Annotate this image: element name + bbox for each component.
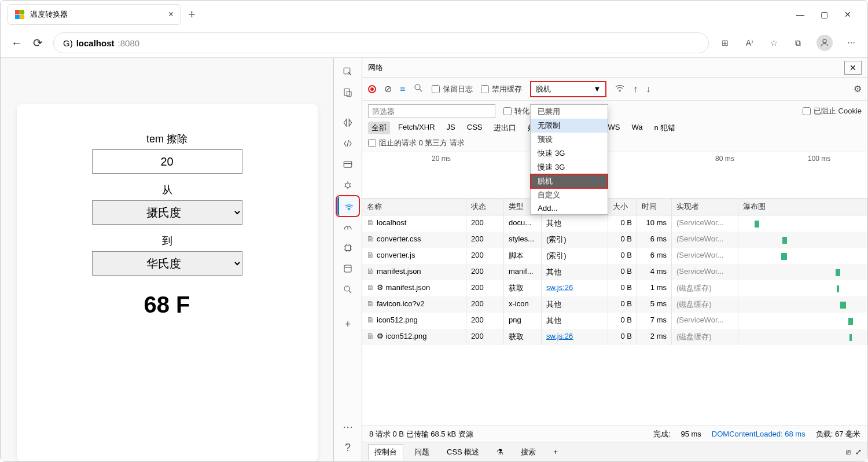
debugger-icon[interactable]	[337, 176, 358, 195]
read-aloud-icon[interactable]: A⁾	[744, 37, 755, 49]
throttle-option[interactable]: 快速 3G	[531, 146, 608, 160]
url-input[interactable]: G) localhost :8080	[53, 32, 709, 53]
more-icon[interactable]: ⋯	[337, 417, 358, 436]
close-tab-icon[interactable]: ×	[168, 9, 174, 20]
table-row[interactable]: 🗎⚙ icon512.png200获取sw.js:260 B2 ms(磁盘缓存)	[362, 329, 867, 345]
drawer-tab-console[interactable]: 控制台	[368, 444, 403, 460]
filter-chip[interactable]: CSS	[464, 122, 486, 134]
drawer-maximize-icon[interactable]: ⤢	[855, 448, 862, 456]
filter-chip[interactable]: 进出口	[490, 122, 520, 134]
network-icon[interactable]	[337, 197, 358, 215]
throttle-option[interactable]: 已禁用	[531, 105, 608, 119]
column-header[interactable]: 时间	[637, 199, 672, 215]
svg-point-6	[348, 209, 350, 210]
blocked-req-checkbox[interactable]: 阻止的请求 0 第三方 请求	[368, 138, 465, 148]
throttle-option[interactable]: Add...	[531, 202, 608, 214]
application-icon[interactable]	[337, 259, 358, 278]
timeline-overview[interactable]: 20 ms 40 ms 80 ms 100 ms	[362, 152, 867, 199]
column-header[interactable]: 瀑布图	[738, 199, 867, 215]
filter-input[interactable]	[368, 104, 495, 118]
throttle-option[interactable]: 自定义	[531, 188, 608, 202]
console-icon[interactable]	[337, 134, 358, 153]
throttle-option[interactable]: 慢速 3G	[531, 160, 608, 174]
svg-rect-8	[344, 265, 351, 272]
close-window-button[interactable]: ✕	[844, 10, 851, 19]
table-row[interactable]: 🗎favicon.ico?v2200x-icon其他0 B5 ms(磁盘缓存)	[362, 296, 867, 313]
table-row[interactable]: 🗎manifest.json200manif...其他0 B4 ms(Servi…	[362, 264, 867, 280]
table-row[interactable]: 🗎localhost200docu...其他0 B10 ms(ServiceWo…	[362, 215, 867, 232]
status-bar: 8 请求 0 B 已传输 68.5 kB 资源 完成: 95 ms DOMCon…	[362, 426, 867, 442]
address-bar: ← ⟳ G) localhost :8080 ⊞ A⁾ ☆ ⧉ ⋯	[1, 28, 867, 57]
close-panel-button[interactable]: ✕	[844, 61, 862, 75]
drawer-add-icon[interactable]: +	[547, 445, 564, 459]
drawer-tab-flask[interactable]: ⚗	[490, 445, 510, 459]
throttle-select[interactable]: 脱机▼	[530, 81, 606, 97]
table-row[interactable]: 🗎icon512.png200png其他0 B7 ms(ServiceWor..…	[362, 313, 867, 329]
table-row[interactable]: 🗎converter.js200脚本(索引)0 B6 ms(ServiceWor…	[362, 248, 867, 264]
from-select[interactable]: 摄氏度	[92, 200, 242, 225]
table-row[interactable]: 🗎converter.css200styles...(索引)0 B6 ms(Se…	[362, 232, 867, 248]
wifi-conditions-icon[interactable]	[615, 83, 625, 96]
throttle-option[interactable]: 脱机	[531, 174, 608, 188]
filter-chip[interactable]: JS	[443, 122, 459, 134]
drawer-tab-css[interactable]: CSS 概述	[440, 444, 486, 460]
sources-icon[interactable]	[337, 155, 358, 174]
preserve-log-checkbox[interactable]: 保留日志	[432, 84, 473, 94]
search-icon[interactable]	[413, 83, 424, 96]
temp-input[interactable]	[92, 149, 242, 174]
memory-icon[interactable]	[337, 239, 358, 257]
performance-icon[interactable]	[337, 218, 358, 236]
table-row[interactable]: 🗎⚙ manifest.json200获取sw.js:260 B1 ms(磁盘缓…	[362, 280, 867, 296]
from-label: 从	[35, 183, 299, 197]
help-icon[interactable]: ?	[337, 438, 358, 457]
menu-icon[interactable]: ⋯	[845, 37, 857, 49]
collections-icon[interactable]: ⧉	[792, 37, 804, 49]
blocked-cookie-checkbox[interactable]: 已阻止 Cookie	[803, 106, 862, 116]
invert-checkbox[interactable]: 转化	[503, 106, 529, 116]
url-host: localhost	[76, 38, 115, 48]
column-header[interactable]: 状态	[466, 199, 504, 215]
drawer-dock-icon[interactable]: ⎚	[846, 448, 851, 456]
minimize-button[interactable]: —	[796, 10, 804, 19]
disable-cache-checkbox[interactable]: 禁用缓存	[481, 84, 522, 94]
throttle-option[interactable]: 无限制	[531, 119, 608, 133]
titlebar: 温度转换器 × + — ▢ ✕	[1, 1, 867, 28]
clear-button[interactable]: ⊘	[384, 83, 392, 94]
elements-icon[interactable]	[337, 113, 358, 132]
security-icon[interactable]	[337, 280, 358, 299]
back-button[interactable]: ←	[11, 36, 23, 50]
maximize-button[interactable]: ▢	[821, 10, 828, 19]
initiator-link[interactable]: sw.js:26	[546, 332, 573, 340]
url-prefix: G)	[63, 38, 73, 48]
filter-chip[interactable]: 全部	[368, 122, 390, 134]
svg-point-11	[619, 90, 620, 91]
svg-rect-7	[345, 245, 351, 251]
add-tool-icon[interactable]: +	[337, 315, 358, 333]
drawer-tab-search[interactable]: 搜索	[514, 444, 542, 460]
profile-avatar[interactable]	[816, 35, 833, 51]
settings-icon[interactable]: ⚙	[854, 83, 862, 94]
to-select[interactable]: 华氏度	[92, 251, 242, 276]
import-icon[interactable]: ↑	[633, 84, 638, 94]
filter-chip[interactable]: Fetch/XHR	[395, 122, 439, 134]
filter-chip[interactable]: n 犯错	[650, 122, 679, 134]
refresh-button[interactable]: ⟳	[33, 36, 43, 50]
svg-point-5	[345, 183, 350, 188]
filter-toggle-icon[interactable]: ≡	[400, 84, 405, 94]
device-icon[interactable]	[337, 83, 358, 102]
throttle-option[interactable]: 预设	[531, 133, 608, 146]
extensions-icon[interactable]: ⊞	[719, 37, 731, 49]
column-header[interactable]: 大小	[608, 199, 637, 215]
browser-tab[interactable]: 温度转换器 ×	[8, 4, 181, 25]
column-header[interactable]: 名称	[362, 199, 466, 215]
column-header[interactable]: 实现者	[672, 199, 738, 215]
inspect-icon[interactable]	[337, 63, 358, 81]
initiator-link[interactable]: sw.js:26	[546, 283, 573, 292]
record-button[interactable]	[368, 85, 376, 93]
export-icon[interactable]: ↓	[646, 84, 650, 94]
favorites-icon[interactable]: ☆	[768, 37, 779, 49]
drawer-tab-issues[interactable]: 问题	[408, 444, 436, 460]
to-label: 到	[35, 234, 299, 248]
new-tab-button[interactable]: +	[188, 7, 196, 22]
filter-chip[interactable]: Wa	[628, 122, 646, 134]
